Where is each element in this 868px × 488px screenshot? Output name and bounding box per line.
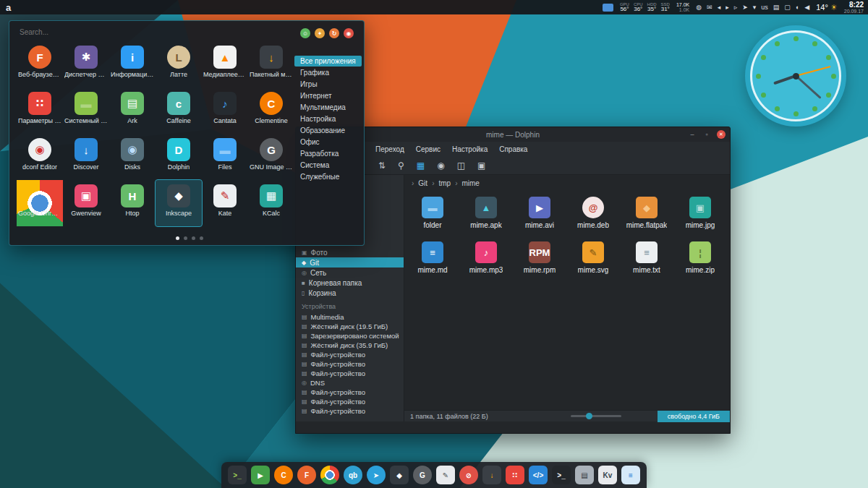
device-item[interactable]: ▤ Multimedia <box>296 312 404 322</box>
menu-item[interactable]: Справка <box>499 145 527 153</box>
page-dot[interactable] <box>176 236 179 240</box>
app-item[interactable]: Google Chrome <box>17 180 63 226</box>
category-item[interactable]: Служебные <box>294 171 362 182</box>
close-button[interactable]: ✕ <box>717 130 726 139</box>
search-icon[interactable]: ⚲ <box>398 160 404 171</box>
device-item[interactable]: ◎ DNS <box>296 378 404 388</box>
app-item[interactable]: ▬ Системный м… <box>63 87 109 134</box>
place-item[interactable]: ▯ Корзина <box>296 288 404 298</box>
device-item[interactable]: ▤ Файл-устройство <box>296 359 404 369</box>
device-item[interactable]: ▤ Жёсткий диск (19.5 ГиБ) <box>296 322 404 331</box>
file-item[interactable]: ✎ mime.svg <box>566 241 620 286</box>
panel-widget-icon[interactable] <box>603 4 613 12</box>
terminal-2-icon[interactable]: >_ <box>552 466 571 484</box>
kvantum-icon[interactable]: Kv <box>598 466 617 484</box>
device-item[interactable]: ▤ Файл-устройство <box>296 350 404 359</box>
minimize-button[interactable]: – <box>688 130 697 139</box>
file-item[interactable]: ▲ mime.apk <box>459 197 513 241</box>
qbittorrent-icon[interactable]: qb <box>344 466 362 484</box>
user-session-button[interactable]: ☺ <box>300 28 310 38</box>
app-item[interactable]: ◉ Disks <box>109 134 156 180</box>
app-item[interactable]: D Dolphin <box>156 134 202 180</box>
restart-button[interactable]: ↻ <box>329 28 339 38</box>
page-dot[interactable] <box>192 236 195 240</box>
breadcrumb-item[interactable]: tmp <box>427 179 451 187</box>
app-item[interactable]: ▬ Files <box>202 134 248 180</box>
clipboard-icon[interactable]: ▤ <box>773 4 780 11</box>
category-item[interactable]: Разработка <box>294 148 362 159</box>
app-item[interactable]: c Caffeine <box>156 87 202 134</box>
page-dot[interactable] <box>184 236 187 240</box>
app-item[interactable]: ✱ Диспетчер ра… <box>63 41 109 87</box>
app-item[interactable]: i Информация … <box>109 41 156 87</box>
device-item[interactable]: ▤ Зарезервировано системой <box>296 331 404 341</box>
file-item[interactable]: RPM mime.rpm <box>513 241 566 286</box>
device-item[interactable]: ▤ Файл-устройство <box>296 388 404 397</box>
media-prev-icon[interactable]: ◂ <box>718 4 721 11</box>
gimp-icon[interactable]: G <box>413 466 432 484</box>
volume-icon[interactable]: ◀ <box>804 4 809 11</box>
app-item[interactable]: ↓ Пакетный ме… <box>248 41 294 87</box>
shutdown-button[interactable]: ◉ <box>344 28 354 38</box>
maximize-button[interactable]: ▫ <box>702 130 711 139</box>
weather-widget[interactable]: 14° ☀ <box>816 3 838 12</box>
media-next-icon[interactable]: ▹ <box>734 4 738 11</box>
device-item[interactable]: ▤ Жёсткий диск (35.9 ГиБ) <box>296 341 404 350</box>
split-view-icon[interactable]: ◫ <box>457 160 465 171</box>
lock-button[interactable]: ✦ <box>315 28 325 38</box>
color-picker-icon[interactable]: ✎ <box>436 466 455 484</box>
app-item[interactable]: ∷ Параметры с… <box>17 87 63 134</box>
device-item[interactable]: ▤ Файл-устройство <box>296 406 404 416</box>
rss-icon[interactable]: ◍ <box>696 4 702 11</box>
firefox-icon[interactable]: F <box>297 466 316 484</box>
clementine-icon[interactable]: C <box>274 466 293 484</box>
display-icon[interactable]: ▢ <box>784 4 791 11</box>
archive-icon[interactable]: ▤ <box>575 466 594 484</box>
category-item[interactable]: Офис <box>294 137 362 147</box>
file-item[interactable]: ¦ mime.zip <box>673 241 727 286</box>
app-item[interactable]: G GNU Image M… <box>248 134 294 180</box>
page-dot[interactable] <box>200 236 203 240</box>
menu-item[interactable]: Сервис <box>416 145 441 153</box>
color-profile-icon[interactable]: ◐ <box>796 4 799 11</box>
file-item[interactable]: ≡ mime.md <box>406 241 459 286</box>
inkscape-icon[interactable]: ◆ <box>390 466 409 484</box>
place-item[interactable]: ▣ Фото <box>296 247 404 257</box>
menu-item[interactable]: Настройка <box>452 145 488 153</box>
file-item[interactable]: ◆ mime.flatpak <box>620 197 673 241</box>
app-item[interactable]: ↓ Discover <box>63 134 109 180</box>
app-item[interactable]: ▦ KCalc <box>248 180 294 226</box>
app-item[interactable]: ◆ Inkscape <box>156 180 202 226</box>
telegram-icon[interactable]: ➤ <box>367 466 386 484</box>
terminal-panel-icon[interactable]: ▣ <box>477 160 485 171</box>
blocked-app-icon[interactable]: ⊘ <box>459 466 478 484</box>
breadcrumb-item[interactable]: mime <box>451 179 480 187</box>
package-manager-icon[interactable]: ↓ <box>482 466 501 484</box>
category-item[interactable]: Игры <box>294 79 362 90</box>
app-menu-logo[interactable]: a <box>6 2 11 13</box>
code-editor-icon[interactable]: </> <box>529 466 548 484</box>
search-input[interactable] <box>20 28 135 36</box>
category-item[interactable]: Интернет <box>294 90 362 101</box>
app-item[interactable]: ◉ dconf Editor <box>17 134 63 180</box>
sort-icon[interactable]: ⇅ <box>378 160 386 171</box>
place-item[interactable]: ■ Корневая папка <box>296 278 404 288</box>
file-item[interactable]: @ mime.deb <box>566 197 620 241</box>
app-item[interactable]: ✎ Kate <box>202 180 248 226</box>
file-item[interactable]: ♪ mime.mp3 <box>459 241 513 286</box>
icons-view-icon[interactable]: ▦ <box>417 160 425 171</box>
app-item[interactable]: ▣ Gwenview <box>63 180 109 226</box>
place-item[interactable]: ◆ Git <box>296 257 404 267</box>
mail-icon[interactable]: ✉ <box>707 4 712 11</box>
network-send-icon[interactable]: ➤ <box>742 4 748 11</box>
app-item[interactable]: L Латте <box>156 41 202 87</box>
file-item[interactable]: ▶ mime.avi <box>513 197 566 241</box>
chrome-icon[interactable] <box>320 466 339 484</box>
file-item[interactable]: ▣ mime.jpg <box>673 197 727 241</box>
file-item[interactable]: ▬ folder <box>406 197 459 241</box>
app-item[interactable]: H Htop <box>109 180 156 226</box>
app-item[interactable]: ▲ Медиаплеер … <box>202 41 248 87</box>
device-item[interactable]: ▤ Файл-устройство <box>296 397 404 406</box>
media-player-icon[interactable]: ▶ <box>251 466 270 484</box>
media-play-icon[interactable]: ▸ <box>726 4 729 11</box>
